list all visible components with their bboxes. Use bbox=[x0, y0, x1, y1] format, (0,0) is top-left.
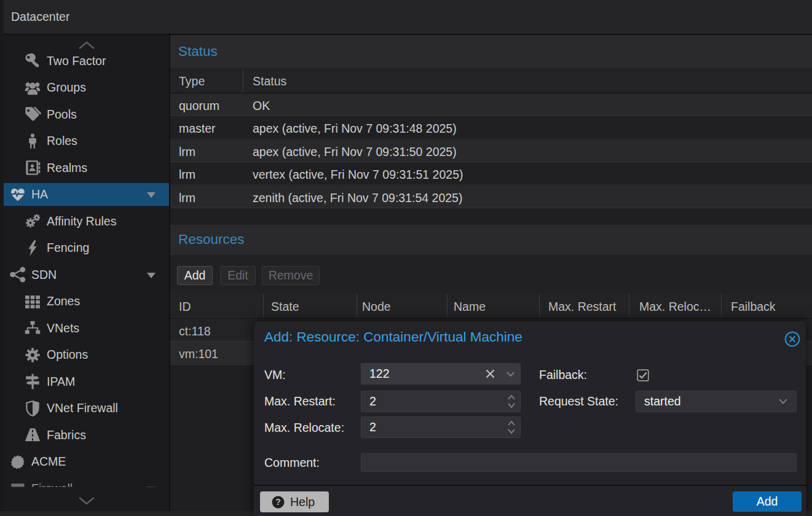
svg-text:?: ? bbox=[275, 497, 281, 507]
